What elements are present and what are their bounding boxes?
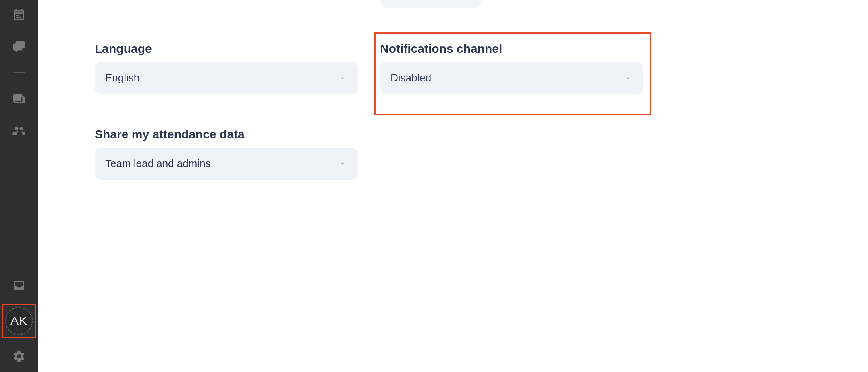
users-icon[interactable] (12, 124, 26, 138)
chat-icon[interactable] (12, 40, 26, 54)
language-select[interactable]: English (95, 62, 358, 94)
share-attendance-value: Team lead and admins (105, 157, 211, 170)
main-content: Language English Notifications channel D… (38, 0, 868, 372)
language-label: Language (95, 42, 152, 56)
chevron-down-icon (339, 72, 346, 84)
avatar-highlight: AK (2, 304, 36, 338)
chevron-down-icon (625, 72, 631, 84)
sidebar: AK (0, 0, 38, 372)
avatar[interactable]: AK (5, 307, 33, 335)
divider-top (95, 18, 644, 18)
avatar-initials: AK (10, 314, 27, 328)
calendar-icon[interactable] (12, 8, 26, 22)
share-attendance-label: Share my attendance data (95, 128, 245, 141)
notifications-label: Notifications channel (380, 42, 502, 56)
gear-icon[interactable] (12, 349, 26, 363)
sidebar-top (12, 8, 26, 138)
language-value: English (105, 72, 139, 84)
share-attendance-select[interactable]: Team lead and admins (95, 148, 358, 180)
divider-mid-left (95, 103, 358, 103)
news-icon[interactable] (12, 92, 26, 105)
sidebar-separator (13, 72, 25, 73)
notifications-select[interactable]: Disabled (380, 62, 643, 94)
chevron-down-icon (339, 157, 346, 170)
pill-remnant (380, 0, 481, 8)
divider-mid-right (380, 103, 644, 103)
notifications-value: Disabled (390, 72, 431, 84)
sidebar-bottom: AK (2, 279, 36, 363)
inbox-icon[interactable] (12, 279, 26, 292)
